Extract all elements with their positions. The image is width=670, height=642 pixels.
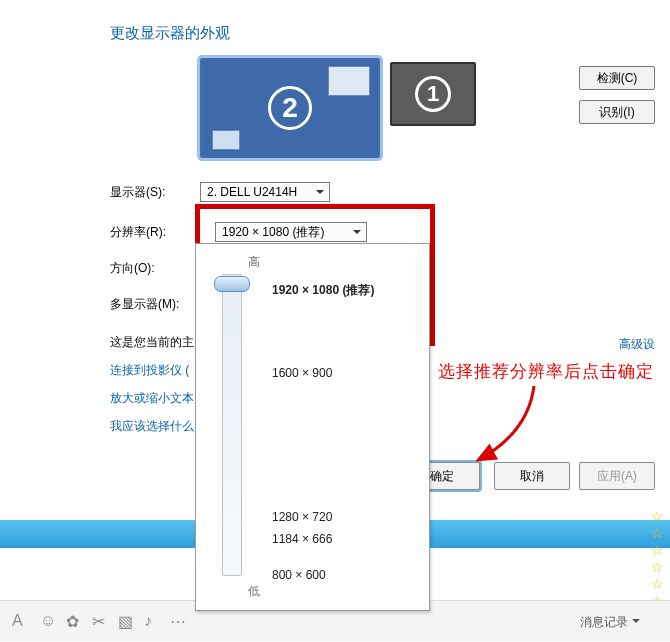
identify-button-label: 识别(I): [599, 104, 634, 121]
resolution-slider-thumb[interactable]: [214, 276, 250, 292]
font-icon[interactable]: A: [12, 612, 23, 630]
emoji-icon[interactable]: ☺: [40, 612, 56, 630]
primary-display-note: 这是您当前的主: [110, 334, 194, 351]
multi-display-label: 多显示器(M):: [110, 296, 179, 313]
resolution-dropdown-open: 高 低 1920 × 1080 (推荐) 1600 × 900 1280 × 7…: [195, 243, 430, 611]
projector-link[interactable]: 连接到投影仪 (: [110, 362, 189, 379]
apply-button-label: 应用(A): [597, 468, 637, 485]
display-dropdown[interactable]: 2. DELL U2414H: [200, 182, 330, 202]
message-record-label: 消息记录: [580, 615, 628, 629]
annotation-arrow-icon: [440, 378, 560, 478]
display-label: 显示器(S):: [110, 184, 165, 201]
monitor-1[interactable]: 1: [390, 62, 476, 126]
slider-low-label: 低: [248, 583, 260, 600]
monitor-number-icon: 1: [415, 76, 451, 112]
detect-button[interactable]: 检测(C): [579, 66, 655, 90]
advanced-settings-link[interactable]: 高级设: [619, 336, 655, 353]
image-icon[interactable]: ▧: [118, 612, 133, 631]
resolution-slider-track[interactable]: [222, 274, 242, 576]
display-dropdown-value: 2. DELL U2414H: [207, 185, 297, 199]
music-icon[interactable]: ♪: [144, 612, 152, 630]
resolution-option[interactable]: 1920 × 1080 (推荐): [272, 282, 374, 299]
monitor-number-icon: 2: [268, 86, 312, 130]
detect-button-label: 检测(C): [597, 70, 638, 87]
monitor-preview: 2 1: [200, 58, 480, 158]
which-display-link[interactable]: 我应该选择什么: [110, 418, 194, 435]
monitor-2[interactable]: 2: [200, 58, 380, 158]
slider-high-label: 高: [248, 254, 260, 271]
more-icon[interactable]: ⋯: [170, 612, 186, 631]
resolution-option[interactable]: 1600 × 900: [272, 366, 332, 380]
magnifier-link[interactable]: 放大或缩小文本: [110, 390, 194, 407]
resolution-dropdown-value: 1920 × 1080 (推荐): [222, 224, 324, 241]
message-record-button[interactable]: 消息记录: [580, 614, 640, 631]
resolution-option[interactable]: 800 × 600: [272, 568, 326, 582]
resolution-label: 分辨率(R):: [110, 224, 166, 241]
page-title: 更改显示器的外观: [110, 24, 230, 43]
resolution-option[interactable]: 1280 × 720: [272, 510, 332, 524]
orientation-label: 方向(O):: [110, 260, 155, 277]
apply-button: 应用(A): [579, 462, 655, 490]
screenshot-icon[interactable]: ✂: [92, 612, 105, 631]
resolution-dropdown[interactable]: 1920 × 1080 (推荐): [215, 222, 367, 242]
identify-button[interactable]: 识别(I): [579, 100, 655, 124]
gift-icon[interactable]: ✿: [66, 612, 79, 631]
resolution-option[interactable]: 1184 × 666: [272, 532, 332, 546]
